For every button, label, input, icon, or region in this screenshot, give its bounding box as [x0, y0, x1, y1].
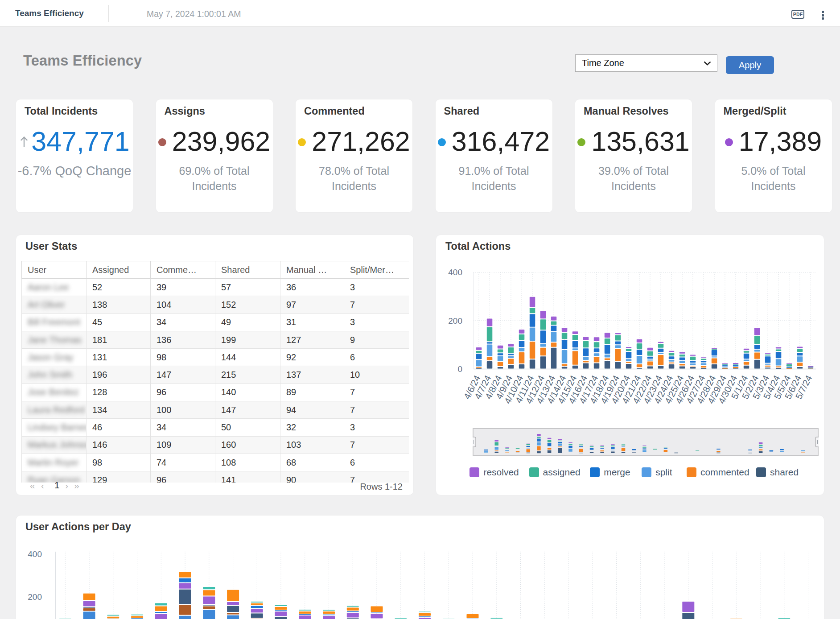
svg-text:400: 400 [28, 549, 42, 559]
svg-text:400: 400 [448, 268, 462, 277]
svg-text:0: 0 [457, 364, 462, 374]
svg-text:200: 200 [448, 316, 462, 326]
svg-text:200: 200 [28, 592, 42, 602]
